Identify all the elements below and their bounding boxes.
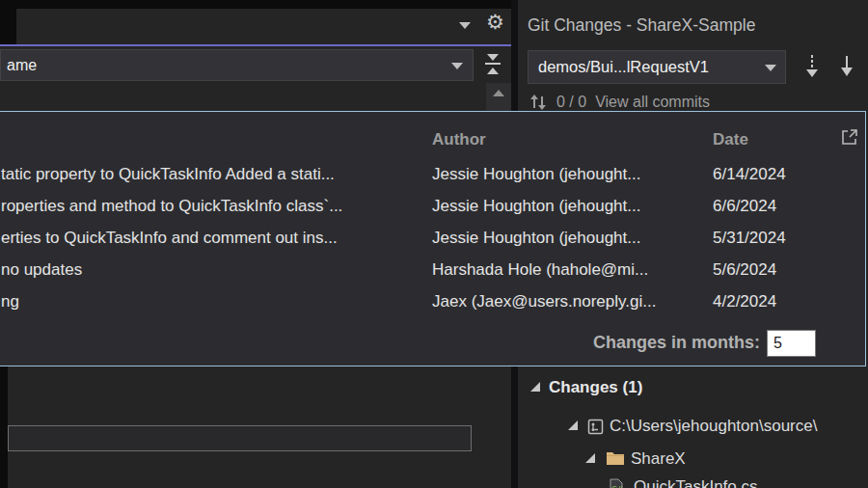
commit-row[interactable]: ng Jaex (Jaex@users.noreply.gi... 4/2/20… (0, 292, 865, 322)
expander-icon[interactable] (530, 382, 540, 392)
date-column-header: Date (713, 130, 748, 149)
author-name: Jaex (432, 292, 467, 311)
file-node[interactable]: QuickTaskInfo.cs (634, 477, 758, 488)
commit-author: Jessie Houghton (jehought... (432, 165, 640, 184)
chevron-down-icon[interactable] (765, 65, 776, 71)
page-title: Git Changes - ShareX-Sample (528, 15, 755, 36)
author-email: (jehought... (558, 197, 640, 215)
author-email: (Jaex@users.noreply.gi... (472, 292, 657, 311)
commit-date: 6/14/2024 (713, 165, 786, 184)
commits-count: 0 / 0 (556, 94, 586, 111)
open-in-new-window-icon[interactable] (840, 127, 859, 150)
commit-row[interactable]: roperties and method to QuickTaskInfo cl… (0, 197, 865, 227)
commit-date: 5/31/2024 (713, 229, 786, 248)
csharp-file-icon: C# (608, 478, 624, 488)
commit-date: 4/2/2024 (713, 292, 776, 312)
up-down-arrows-icon (529, 94, 548, 111)
commit-message: tatic property to QuickTaskInfo Added a … (1, 165, 335, 184)
changes-tree-header[interactable]: Changes (1) (549, 378, 642, 397)
author-email: (hahole@mi... (546, 260, 648, 279)
commit-author: Jaex (Jaex@users.noreply.gi... (432, 292, 656, 312)
corner-strip (0, 9, 16, 44)
commit-message: erties to QuickTaskInfo and comment out … (1, 229, 338, 248)
branch-selector-value: demos/Bui...lRequestV1 (538, 58, 709, 76)
folder-node[interactable]: ShareX (631, 449, 686, 469)
name-combobox[interactable]: ame (0, 49, 474, 81)
fit-to-window-icon[interactable] (482, 51, 503, 81)
branch-selector[interactable]: demos/Bui...lRequestV1 (528, 50, 786, 84)
filter-textbox[interactable] (8, 425, 472, 451)
commit-author: Jessie Houghton (jehought... (432, 229, 640, 248)
commit-row[interactable]: tatic property to QuickTaskInfo Added a … (0, 165, 865, 195)
accent-divider (0, 44, 511, 46)
commit-author: Harshada Hole (hahole@mi... (432, 260, 648, 280)
author-name: Harshada Hole (432, 260, 541, 279)
commit-message: no updates (1, 260, 82, 280)
repo-path-node[interactable]: C:\Users\jehoughton\source\ (610, 417, 817, 436)
commits-status-row: 0 / 0 View all commits (529, 94, 710, 111)
expander-icon[interactable] (585, 453, 595, 463)
fetch-icon[interactable] (802, 53, 822, 83)
chevron-down-icon[interactable] (451, 63, 463, 69)
author-name: Jessie Houghton (432, 229, 555, 247)
vs-window: ⚙ ame Git Changes - ShareX-Sample demos/… (0, 0, 868, 488)
commit-message: roperties and method to QuickTaskInfo cl… (1, 197, 342, 216)
commit-date: 5/6/2024 (713, 260, 776, 280)
history-filter-popup: Author Date tatic property to QuickTaskI… (0, 111, 866, 366)
top-edge-strip (0, 0, 511, 9)
repository-icon (586, 418, 605, 440)
author-name: Jessie Houghton (432, 197, 555, 215)
changes-months-input[interactable] (767, 330, 816, 357)
changes-in-months-label: Changes in months: (593, 333, 760, 353)
commit-row[interactable]: no updates Harshada Hole (hahole@mi... 5… (0, 260, 865, 290)
folder-icon (606, 450, 625, 470)
view-all-commits-link[interactable]: View all commits (595, 94, 710, 111)
left-edge-strip (0, 366, 8, 488)
gear-icon[interactable]: ⚙ (486, 11, 504, 34)
name-combobox-value: ame (7, 57, 37, 74)
author-email: (jehought... (558, 229, 640, 247)
expander-icon[interactable] (568, 420, 578, 430)
commit-author: Jessie Houghton (jehought... (432, 197, 640, 216)
scroll-up-icon[interactable] (493, 90, 504, 96)
chevron-down-icon[interactable] (459, 22, 471, 29)
author-column-header: Author (432, 130, 486, 149)
commit-message: ng (1, 292, 19, 312)
author-name: Jessie Houghton (432, 165, 555, 183)
commit-date: 6/6/2024 (713, 197, 776, 216)
commit-row[interactable]: erties to QuickTaskInfo and comment out … (0, 229, 865, 258)
author-email: (jehought... (558, 165, 640, 183)
pull-icon[interactable] (837, 53, 856, 83)
